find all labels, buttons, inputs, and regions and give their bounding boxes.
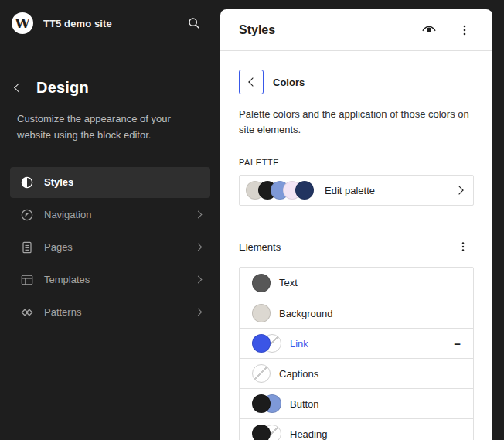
sidebar-item-label: Patterns — [44, 306, 81, 318]
site-editor: W TT5 demo site Design Customize the app… — [0, 0, 504, 440]
navigation-icon — [19, 207, 35, 223]
sidebar-description: Customize the appearance of your website… — [17, 111, 199, 144]
patterns-icon — [19, 305, 35, 320]
back-chevron-icon[interactable] — [14, 83, 24, 93]
colors-section-title: Colors — [273, 77, 305, 88]
element-label: Link — [290, 338, 308, 350]
sidebar-item-pages[interactable]: Pages — [10, 232, 210, 263]
palette-label: PALETTE — [239, 158, 474, 167]
templates-icon — [19, 272, 35, 288]
styles-panel-header: Styles — [220, 9, 492, 51]
color-dot-icon — [252, 425, 271, 440]
sidebar-item-templates[interactable]: Templates — [10, 264, 210, 295]
sidebar-item-label: Pages — [44, 241, 73, 253]
element-label: Text — [279, 277, 298, 288]
design-header: Design — [0, 79, 220, 97]
search-icon[interactable] — [182, 11, 206, 36]
chevron-right-icon — [195, 211, 203, 219]
palette-swatch — [295, 181, 314, 200]
design-title: Design — [36, 79, 89, 97]
sidebar-topbar: W TT5 demo site — [0, 0, 220, 46]
chevron-left-icon — [248, 77, 257, 86]
colors-section-header: Colors — [239, 70, 474, 94]
pages-icon — [19, 240, 35, 255]
color-indicator — [252, 364, 271, 383]
colors-back-button[interactable] — [239, 70, 264, 94]
element-row-background[interactable]: Background — [240, 298, 473, 328]
color-dot-icon — [252, 304, 271, 322]
element-row-heading[interactable]: Heading — [240, 418, 473, 440]
site-title: TT5 demo site — [43, 18, 112, 29]
edit-palette-button[interactable]: Edit palette — [239, 175, 474, 206]
chevron-right-icon — [195, 244, 203, 251]
transparent-color-icon — [252, 364, 271, 383]
styles-panel: Styles — [220, 9, 492, 440]
element-label: Captions — [279, 368, 318, 380]
svg-text:W: W — [14, 15, 30, 31]
style-book-eye-icon[interactable] — [418, 19, 440, 41]
element-row-link[interactable]: Link− — [240, 328, 473, 358]
elements-list: TextBackgroundLink−CaptionsButtonHeading — [239, 267, 474, 440]
styles-icon — [19, 175, 35, 190]
color-indicator — [252, 425, 281, 440]
colors-description: Palette colors and the application of th… — [239, 107, 474, 138]
color-indicator — [252, 304, 271, 322]
color-indicator — [252, 394, 281, 413]
section-divider — [220, 223, 492, 223]
elements-title: Elements — [239, 241, 281, 253]
more-options-kebab-icon[interactable] — [454, 19, 475, 41]
color-indicator — [252, 334, 281, 353]
sidebar-item-patterns[interactable]: Patterns — [10, 297, 210, 328]
wordpress-logo-icon[interactable]: W — [11, 12, 34, 35]
element-label: Heading — [290, 428, 327, 440]
sidebar-item-styles[interactable]: Styles — [10, 167, 210, 198]
elements-options-kebab-icon[interactable] — [452, 236, 474, 258]
element-row-captions[interactable]: Captions — [240, 358, 473, 388]
element-label: Background — [279, 308, 332, 319]
sidebar-item-label: Styles — [44, 176, 73, 188]
panel-title: Styles — [239, 23, 275, 37]
sidebar-item-navigation[interactable]: Navigation — [10, 200, 210, 230]
chevron-right-icon — [195, 309, 203, 316]
design-menu: Styles Navigation — [0, 167, 220, 328]
edit-palette-label: Edit palette — [325, 185, 375, 196]
sidebar-item-label: Templates — [44, 274, 90, 285]
element-label: Button — [290, 398, 319, 410]
chevron-right-icon — [455, 186, 463, 195]
color-indicator — [252, 274, 271, 292]
element-row-button[interactable]: Button — [240, 388, 473, 418]
admin-sidebar: W TT5 demo site Design Customize the app… — [0, 0, 220, 440]
minus-indicator: − — [454, 338, 461, 350]
chevron-right-icon — [195, 276, 203, 284]
elements-header: Elements — [239, 236, 474, 258]
palette-swatches — [246, 181, 314, 200]
element-row-text[interactable]: Text — [240, 268, 473, 298]
color-dot-icon — [252, 274, 271, 292]
sidebar-item-label: Navigation — [44, 209, 91, 220]
